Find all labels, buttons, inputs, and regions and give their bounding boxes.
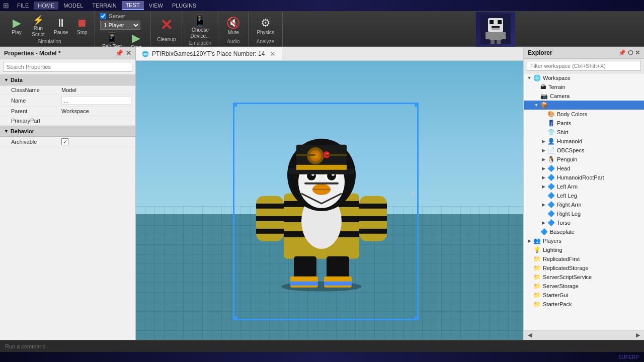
emulation-group: 📱 ChooseDevice... Emulation [182, 11, 218, 46]
workspace-icon: 🌐 [533, 74, 541, 81]
panel-pin-icon[interactable]: 📌 [115, 49, 123, 57]
head-label: Head [557, 165, 642, 171]
tree-item-starter-pack[interactable]: 📁 StarterPack [524, 300, 644, 309]
archivable-checkbox[interactable]: ✓ [61, 138, 68, 145]
pause-button[interactable]: ⏸ Pause [51, 16, 70, 36]
svg-rect-52 [327, 154, 347, 155]
tree-item-baseplate[interactable]: 🔷 Baseplate [524, 227, 644, 236]
tree-item-torso[interactable]: ▶ 🔷 Torso [524, 218, 644, 227]
menu-plugins[interactable]: PLUGINS [168, 2, 200, 10]
pause-label: Pause [54, 30, 68, 35]
tree-item-right-leg[interactable]: 🔷 Right Leg [524, 209, 644, 218]
left-leg-label: Left Leg [557, 193, 642, 199]
right-arm-icon: 🔷 [547, 201, 555, 208]
lighting-label: Lighting [543, 247, 642, 253]
menu-terrain[interactable]: TERRAIN [88, 2, 120, 10]
obcspecs-arrow-icon: ▶ [540, 148, 547, 153]
torso-label: Torso [557, 220, 642, 226]
cleanup-icon: ✕ [160, 16, 173, 34]
obcspecs-icon: 📄 [547, 147, 555, 154]
tree-item-model[interactable]: ▼ 📦 [524, 101, 644, 110]
tree-item-terrain[interactable]: 🏔 Terrain [524, 82, 644, 92]
properties-title-bar: Properties - Model * 📌 ✕ [0, 47, 135, 59]
game-viewport[interactable] [136, 61, 523, 340]
tree-item-penguin[interactable]: ▶ 🐧 Penguin [524, 155, 644, 164]
tree-item-starter-gui[interactable]: 📁 StarterGui [524, 291, 644, 300]
behavior-section: ▼ Behavior Archivable ✓ [0, 126, 135, 147]
cleanup-button[interactable]: ✕ Cleanup [151, 11, 182, 46]
tree-item-right-arm[interactable]: ▶ 🔷 Right Arm [524, 200, 644, 209]
tree-item-lighting[interactable]: 💡 Lighting [524, 245, 644, 254]
tree-item-obcspecs[interactable]: ▶ 📄 OBCSpecs [524, 146, 644, 155]
explorer-close-icon[interactable]: ✕ [635, 49, 640, 56]
pants-label: Pants [557, 120, 642, 126]
tree-item-left-leg[interactable]: 🔷 Left Leg [524, 191, 644, 200]
svg-rect-4 [492, 26, 500, 28]
scroll-left-icon[interactable]: ◀ [524, 330, 536, 340]
name-label: Name [11, 98, 61, 104]
tree-item-humanoidrootpart[interactable]: ▶ 🔷 HumanoidRootPart [524, 173, 644, 182]
command-input[interactable] [5, 343, 639, 349]
viewport-tab[interactable]: 🌐 PTIRblxGames120YT's Place Number: 14 ✕ [136, 47, 282, 60]
scroll-right-icon[interactable]: ▶ [632, 330, 644, 340]
menu-view[interactable]: VIEW [145, 2, 167, 10]
player-count-select[interactable]: 1 Player 2 Players [100, 21, 140, 30]
tree-item-pants[interactable]: 👖 Pants [524, 119, 644, 128]
tree-item-server-script-service[interactable]: 📁 ServerScriptService [524, 273, 644, 282]
tree-item-body-colors[interactable]: 🎨 Body Colors [524, 110, 644, 119]
run-script-button[interactable]: ⚡ RunScript [28, 14, 48, 39]
explorer-title: Explorer [528, 49, 552, 56]
tree-item-camera[interactable]: 📷 Camera [524, 92, 644, 101]
name-value[interactable]: … [61, 97, 131, 105]
panel-close-icon[interactable]: ✕ [126, 49, 131, 57]
explorer-scroll-controls: ◀ ▶ [524, 330, 644, 340]
tree-item-server-storage[interactable]: 📁 ServerStorage [524, 282, 644, 291]
tree-item-players[interactable]: ▶ 👥 Players [524, 236, 644, 245]
explorer-expand-icon[interactable]: ⬡ [628, 49, 633, 56]
behavior-section-header[interactable]: ▼ Behavior [0, 126, 135, 137]
tree-item-humanoid[interactable]: ▶ 👤 Humanoid [524, 137, 644, 146]
tree-item-shirt[interactable]: 👕 Shirt [524, 128, 644, 137]
humanoid-label: Humanoid [557, 138, 642, 144]
left-arm-arrow-icon: ▶ [540, 184, 547, 189]
stop-label: Stop [77, 30, 88, 35]
mute-icon: 🔇 [226, 17, 240, 30]
server-checkbox[interactable] [100, 13, 106, 19]
replicated-storage-icon: 📁 [533, 264, 541, 272]
play-button[interactable]: ▶ Play [8, 16, 25, 36]
choose-device-button[interactable]: 📱 ChooseDevice... [187, 13, 213, 40]
tree-item-left-arm[interactable]: ▶ 🔷 Left Arm [524, 182, 644, 191]
svg-rect-31 [324, 281, 352, 285]
svg-rect-23 [359, 203, 387, 208]
parent-label: Parent [11, 108, 61, 114]
pause-icon: ⏸ [55, 17, 66, 30]
archivable-label: Archivable [11, 139, 61, 145]
menu-model[interactable]: MODEL [59, 2, 87, 10]
tab-close-button[interactable]: ✕ [270, 50, 276, 58]
stop-button[interactable]: ⏹ Stop [73, 16, 91, 36]
choose-device-icon: 📱 [193, 14, 207, 27]
svg-rect-30 [290, 281, 318, 285]
cleanup-label: Cleanup [157, 37, 176, 42]
data-section-header[interactable]: ▼ Data [0, 75, 135, 85]
tree-item-head[interactable]: ▶ 🔷 Head [524, 164, 644, 173]
right-arm-label: Right Arm [557, 202, 642, 208]
starter-gui-label: StarterGui [543, 292, 642, 298]
mute-button[interactable]: 🔇 Mute [223, 16, 243, 36]
start-icon: ▶ [132, 32, 140, 45]
obcspecs-label: OBCSpecs [557, 147, 642, 153]
explorer-filter-input[interactable] [527, 61, 641, 71]
menu-file[interactable]: FILE [13, 2, 33, 10]
explorer-pin-icon[interactable]: 📌 [618, 49, 626, 56]
humanoidrootpart-label: HumanoidRootPart [557, 174, 642, 180]
physics-button[interactable]: ⚙ Physics [254, 16, 277, 36]
menu-home[interactable]: HOME [34, 2, 58, 10]
properties-search-input[interactable] [3, 62, 132, 72]
menu-test[interactable]: TEST [122, 1, 144, 10]
tree-item-workspace[interactable]: ▼ 🌐 Workspace [524, 73, 644, 82]
tree-item-replicated-first[interactable]: 📁 ReplicatedFirst [524, 254, 644, 263]
tree-item-replicated-storage[interactable]: 📁 ReplicatedStorage [524, 263, 644, 273]
data-section: ▼ Data ClassName Model Name … Parent Wor… [0, 75, 135, 126]
simulation-label: Simulation [38, 39, 61, 44]
terrain-icon: 🏔 [540, 83, 546, 90]
